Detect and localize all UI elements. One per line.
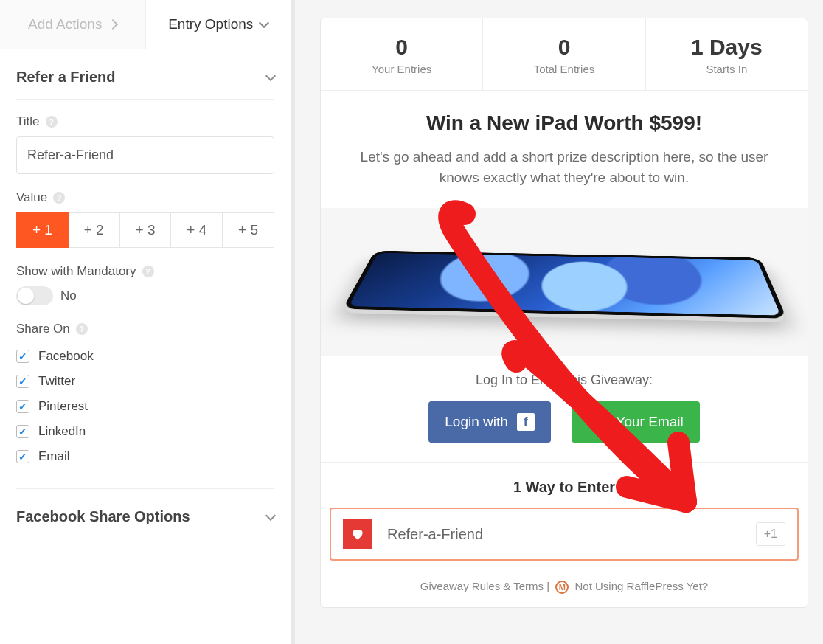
stats-row: 0Your Entries0Total Entries1 DaysStarts … (321, 18, 808, 91)
chevron-down-icon (259, 18, 269, 28)
ways-to-enter-heading: 1 Way to Enter (321, 462, 808, 508)
prize-image (321, 208, 808, 356)
value-option-button[interactable]: + 3 (120, 212, 172, 248)
preview-area: 0Your Entries0Total Entries1 DaysStarts … (295, 0, 823, 644)
section-refer-a-friend[interactable]: Refer a Friend (16, 49, 274, 100)
promo-link[interactable]: Not Using RafflePress Yet? (575, 580, 709, 592)
checkbox-icon[interactable] (16, 350, 29, 363)
title-input[interactable] (16, 136, 274, 174)
login-email-button[interactable]: Use Your Email (572, 401, 700, 443)
share-on-item[interactable]: Pinterest (16, 394, 274, 419)
chevron-down-icon (265, 510, 276, 520)
value-option-button[interactable]: + 2 (69, 212, 120, 248)
section-fb-share-options[interactable]: Facebook Share Options (16, 489, 274, 539)
stat-cell: 0Your Entries (321, 18, 482, 90)
entry-method-row[interactable]: Refer-a-Friend +1 (330, 508, 799, 561)
help-icon[interactable]: ? (142, 266, 154, 277)
login-block: Log In to Enter this Giveaway: Login wit… (321, 356, 808, 462)
share-on-item[interactable]: LinkedIn (16, 419, 274, 444)
label-share-on: Share On (16, 322, 70, 336)
separator: | (546, 580, 549, 592)
section-title: Facebook Share Options (16, 508, 190, 525)
stat-value: 0 (324, 35, 479, 60)
share-on-item[interactable]: Twitter (16, 369, 274, 394)
checkbox-icon[interactable] (16, 375, 29, 388)
button-label: Login with (445, 414, 508, 430)
stat-value: 1 Days (649, 35, 805, 60)
field-share-on: Share On ? FacebookTwitterPinterestLinke… (16, 322, 274, 469)
stat-label: Total Entries (486, 63, 642, 75)
login-message: Log In to Enter this Giveaway: (328, 373, 800, 388)
heart-icon (343, 519, 372, 549)
chevron-right-icon (108, 19, 118, 30)
value-option-button[interactable]: + 5 (223, 212, 274, 248)
share-on-item[interactable]: Facebook (16, 344, 274, 369)
rules-link[interactable]: Giveaway Rules & Terms (420, 580, 544, 592)
label-value: Value (16, 190, 47, 205)
field-mandatory: Show with Mandatory ? No (16, 264, 274, 305)
entry-method-label: Refer-a-Friend (387, 526, 741, 543)
checkbox-icon[interactable] (16, 450, 29, 463)
field-value: Value ? + 1+ 2+ 3+ 4+ 5 (16, 190, 274, 248)
help-icon[interactable]: ? (46, 116, 58, 128)
label-title: Title (16, 114, 40, 129)
value-button-group: + 1+ 2+ 3+ 4+ 5 (16, 212, 274, 248)
mandatory-toggle[interactable] (16, 286, 53, 305)
share-on-label: Facebook (38, 349, 94, 364)
field-title: Title ? (16, 114, 274, 174)
value-option-button[interactable]: + 1 (16, 212, 69, 248)
chevron-down-icon (265, 70, 276, 80)
label-mandatory: Show with Mandatory (16, 264, 136, 279)
share-on-label: LinkedIn (38, 424, 86, 439)
tab-add-actions[interactable]: Add Actions (0, 0, 146, 49)
stat-label: Your Entries (324, 63, 479, 75)
help-icon[interactable]: ? (53, 192, 65, 204)
stat-value: 0 (486, 35, 642, 60)
settings-sidebar: Add Actions Entry Options Refer a Friend… (0, 0, 295, 644)
share-on-label: Pinterest (38, 399, 88, 414)
share-on-item[interactable]: Email (16, 444, 274, 469)
stat-cell: 0Total Entries (482, 18, 645, 90)
facebook-icon: f (517, 413, 535, 431)
tab-label: Entry Options (168, 16, 253, 32)
giveaway-card: 0Your Entries0Total Entries1 DaysStarts … (320, 18, 808, 608)
toggle-state-label: No (60, 288, 77, 303)
tab-entry-options[interactable]: Entry Options (146, 0, 291, 49)
stat-cell: 1 DaysStarts In (645, 18, 808, 90)
sidebar-tabs: Add Actions Entry Options (0, 0, 291, 49)
login-facebook-button[interactable]: Login with f (428, 401, 551, 443)
section-title: Refer a Friend (16, 69, 115, 86)
card-footer: Giveaway Rules & Terms | M Not Using Raf… (321, 572, 808, 607)
tab-label: Add Actions (28, 16, 102, 32)
giveaway-description: Let's go ahead and add a short prize des… (341, 147, 787, 187)
rafflepress-icon: M (555, 581, 569, 594)
share-on-label: Twitter (38, 374, 75, 389)
help-icon[interactable]: ? (76, 323, 88, 335)
value-option-button[interactable]: + 4 (171, 212, 223, 248)
button-label: Use Your Email (588, 414, 684, 430)
checkbox-icon[interactable] (16, 400, 29, 413)
share-on-label: Email (38, 449, 70, 464)
stat-label: Starts In (649, 63, 805, 75)
entry-value-badge: +1 (756, 522, 785, 546)
checkbox-icon[interactable] (16, 425, 29, 438)
giveaway-headline: Win a New iPad Worth $599! (341, 111, 787, 135)
